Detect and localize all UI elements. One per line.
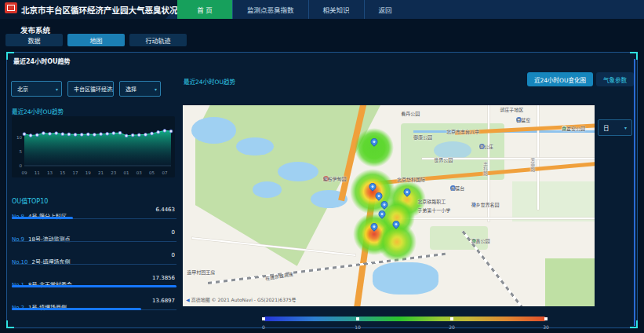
frame-accent-line — [634, 59, 635, 326]
list-item: No.84号-筛分上料区6.4463 — [12, 207, 176, 229]
top5-title: OU值TOP10 — [12, 196, 48, 205]
main-panel: 最近24小时OU趋势 北京 ▾ 丰台区循环经济产 ▾ 选择 ▾ 最近24小时OU… — [6, 52, 638, 328]
svg-text:17: 17 — [73, 170, 78, 175]
scale-tick-label: 20 — [449, 324, 455, 330]
top-nav: 首 页监测点恶臭指数相关知识返回 — [177, 0, 406, 19]
map-place-label: 郭公庄 — [479, 144, 485, 149]
svg-text:15: 15 — [60, 170, 65, 175]
chevron-down-icon: ▾ — [107, 86, 110, 92]
svg-text:13: 13 — [47, 170, 53, 175]
map-place-label-text: 大葆台 — [450, 185, 464, 192]
map-place-label-text: 丰科路 — [482, 162, 489, 176]
tab-2[interactable]: 地图 — [67, 34, 125, 46]
chevron-down-icon: ▾ — [624, 125, 627, 130]
map-place-label-text: 子弟第十一小学 — [417, 207, 450, 214]
map-place-label: 花乡世界名园 — [471, 202, 477, 207]
svg-text:5: 5 — [20, 149, 23, 154]
map-place-label-text: 紫谷伊甸园 — [323, 175, 347, 182]
progress-fill — [12, 308, 141, 310]
ou-trend-svg: 0510091113151719212301030507 — [12, 116, 175, 177]
top-bar: 北京市丰台区循环经济产业园大气恶臭状况实时 首 页监测点恶臭指数相关知识返回 — [0, 0, 644, 19]
svg-text:0: 0 — [20, 163, 23, 168]
map-place-label-text: 白盆窑 — [516, 116, 530, 123]
map-button-1[interactable]: 近24小时OU变化图 — [527, 72, 593, 86]
trend-chart-label: 最近24小时OU趋势 — [12, 107, 64, 115]
svg-text:23: 23 — [111, 170, 116, 175]
panel-title: 最近24小时OU趋势 — [13, 57, 70, 65]
chevron-down-icon: ▾ — [56, 86, 58, 92]
ou-value: 0 — [172, 229, 175, 236]
scale-marker — [450, 317, 453, 320]
progress-track — [12, 285, 176, 287]
svg-text:03: 03 — [136, 170, 142, 175]
svg-text:07: 07 — [162, 170, 167, 175]
filter-row: 北京 ▾ 丰台区循环经济产 ▾ 选择 ▾ — [11, 81, 161, 97]
ou-value: 17.3856 — [152, 275, 175, 281]
map-place-label-text: 郭庄子地区 — [500, 106, 523, 113]
nav-item-4[interactable]: 返回 — [364, 0, 406, 19]
ou-value: 13.6897 — [152, 298, 175, 304]
scale-marker — [544, 317, 548, 320]
svg-text:19: 19 — [86, 170, 91, 175]
map-place-label-text: 看丹公园 — [401, 110, 420, 117]
svg-text:11: 11 — [35, 170, 40, 175]
list-item: No.18号-北天堂村委会17.3856 — [12, 275, 176, 298]
svg-text:09: 09 — [22, 170, 27, 175]
scale-tick-label: 30 — [543, 324, 549, 330]
map-chart-label: 最近24小时OU趋势 — [184, 77, 235, 86]
nav-item-2[interactable]: 监测点恶臭指数 — [232, 0, 308, 19]
progress-fill — [12, 217, 73, 219]
nav-item-3[interactable]: 相关知识 — [308, 0, 364, 19]
list-item: No.918号-流动监测点0 — [12, 229, 176, 252]
map-place-label: 大葆台 — [450, 185, 456, 191]
progress-track — [12, 240, 176, 242]
map-button-2[interactable]: 气象参数 — [596, 72, 634, 86]
heat-blob — [355, 128, 394, 167]
scale-marker — [262, 317, 265, 320]
map-place-label-text: 花乡世界名园 — [471, 201, 500, 208]
svg-text:05: 05 — [149, 170, 155, 175]
map-place-label-text: 造甲村回王房 — [187, 269, 215, 276]
map-button-row: 近24小时OU变化图气象参数 — [527, 72, 634, 86]
svg-text:01: 01 — [124, 170, 129, 175]
progress-track — [12, 308, 176, 310]
ou-value: 0 — [172, 252, 175, 258]
scale-tick-label: 0 — [262, 324, 265, 330]
map-overlays: 看丹公园郭庄子地区御康公园北京市丰台八中世界公园紫谷伊甸园北京华科国际大葆台北京… — [183, 105, 595, 306]
heat-scale-legend: 0102030 — [264, 317, 546, 321]
site-select-value: 选择 — [126, 85, 136, 93]
progress-fill — [12, 285, 176, 287]
svg-text:21: 21 — [98, 170, 104, 175]
map-place-label: 高鑫公园 — [471, 238, 477, 243]
ou-trend-chart: 0510091113151719212301030507 — [12, 116, 175, 177]
map-place-label: 白盆窑公园 — [562, 126, 567, 131]
map-place-label-text: 芳菲路 — [529, 158, 537, 172]
map-attribution: 高德地图 © 2021 AutoNavi - GS(2021)6375号 — [186, 296, 297, 303]
park-select[interactable]: 丰台区循环经济产 ▾ — [67, 81, 114, 97]
period-select-value: 日 — [603, 123, 609, 132]
nav-item-1[interactable]: 首 页 — [177, 0, 232, 19]
svg-text:10: 10 — [16, 135, 22, 140]
ou-value: 6.4463 — [156, 207, 176, 213]
site-select[interactable]: 选择 ▾ — [119, 81, 161, 97]
app-title: 北京市丰台区循环经济产业园大气恶臭状况实时 — [21, 4, 195, 16]
map-place-label-text: 北京市丰台八中 — [446, 128, 479, 135]
map-place-label: 白盆窑 — [516, 117, 522, 123]
tab-1[interactable]: 数据 — [5, 34, 63, 46]
app-logo — [5, 2, 17, 13]
dashboard-root: 北京市丰台区循环经济产业园大气恶臭状况实时 首 页监测点恶臭指数相关知识返回 发… — [0, 0, 644, 333]
tab-3[interactable]: 行动轨迹 — [129, 34, 187, 46]
period-select[interactable]: 日 ▾ — [598, 119, 632, 136]
scale-tick-label: 10 — [355, 324, 361, 330]
map-place-label-text: 白盆窑公园 — [562, 125, 585, 132]
heatmap-map[interactable]: 看丹公园郭庄子地区御康公园北京市丰台八中世界公园紫谷伊甸园北京华科国际大葆台北京… — [183, 105, 595, 306]
panel-corner-decoration — [6, 320, 14, 328]
map-place-label-text: 高鑫公园 — [471, 237, 490, 244]
map-place-label-text: 郭公庄 — [479, 143, 493, 150]
map-place-label: 紫谷伊甸园 — [323, 176, 329, 181]
progress-track — [12, 217, 176, 219]
city-select[interactable]: 北京 ▾ — [11, 81, 62, 97]
map-place-label-text: 世界公园 — [434, 156, 453, 163]
view-tabs: 数据地图行动轨迹 — [5, 34, 187, 46]
progress-track — [12, 262, 176, 265]
